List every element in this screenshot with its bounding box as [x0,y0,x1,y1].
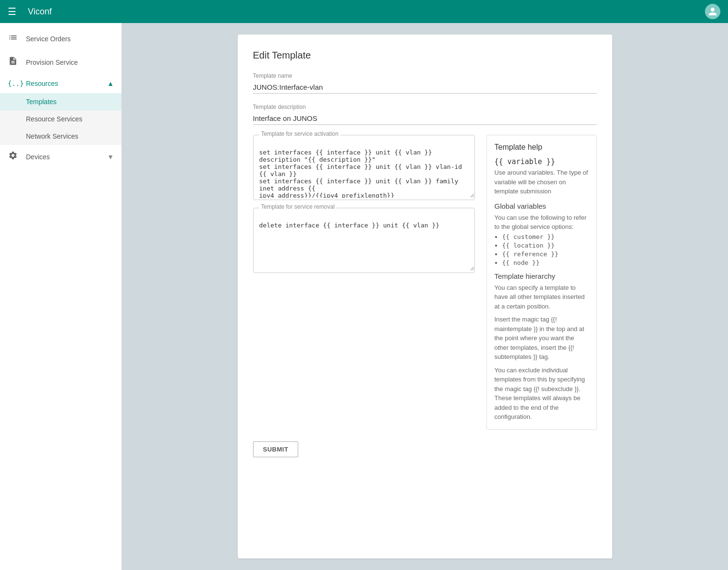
edit-template-card: Edit Template Template name Template des… [238,35,612,558]
sidebar-item-service-orders[interactable]: Service Orders [0,27,121,50]
sidebar-service-orders-label: Service Orders [26,35,114,43]
template-description-group: Template description [253,104,597,125]
resources-chevron-icon: ▲ [107,80,114,87]
help-hierarchy-text1: You can specify a template to have all o… [495,283,589,311]
sidebar-provision-service-label: Provision Service [26,59,114,66]
activation-textarea[interactable]: set interfaces {{ interface }} unit {{ v… [254,145,474,198]
help-hierarchy-title: Template hierarchy [495,272,589,280]
sidebar-resources-submenu: Templates Resource Services Network Serv… [0,93,121,145]
provision-service-icon [8,56,18,68]
template-name-input[interactable] [253,81,597,94]
help-var-node: {{ node }} [502,259,589,266]
sidebar-resources-label: Resources [26,80,99,87]
page-title: Edit Template [253,50,597,61]
sidebar: Service Orders Provision Service {..} Re… [0,23,121,570]
topnav: ☰ Viconf [0,0,728,23]
help-variable-text: Use around variables. The type of variab… [495,168,589,196]
template-forms: Template for service activation set inte… [253,135,475,430]
sidebar-item-resources[interactable]: {..} Resources ▲ [0,74,121,93]
help-panel: Template help {{ variable }} Use around … [486,135,597,430]
template-description-input[interactable] [253,112,597,125]
sidebar-item-devices[interactable]: Devices ▼ [0,145,121,168]
activation-label: Template for service activation [259,131,340,137]
help-hierarchy-text3: You can exclude individual templates fro… [495,366,589,422]
removal-label: Template for service removal [259,203,337,210]
activation-box: Template for service activation set inte… [253,135,475,200]
main-content: Edit Template Template name Template des… [121,23,728,570]
sidebar-item-templates[interactable]: Templates [0,93,121,110]
sidebar-item-resource-services[interactable]: Resource Services [0,110,121,128]
sidebar-devices-label: Devices [26,153,99,161]
resources-icon: {..} [8,80,18,87]
sidebar-item-provision-service[interactable]: Provision Service [0,50,121,74]
help-var-customer: {{ customer }} [502,233,589,240]
help-var-location: {{ location }} [502,242,589,249]
sidebar-item-network-services[interactable]: Network Services [0,128,121,145]
help-hierarchy-text2: Insert the magic tag {{! maintemplate }}… [495,315,589,362]
account-icon[interactable] [705,4,720,19]
help-global-vars-list: {{ customer }} {{ location }} {{ referen… [495,233,589,266]
removal-box: Template for service removal delete inte… [253,208,475,273]
devices-chevron-icon: ▼ [107,153,114,161]
template-name-group: Template name [253,72,597,94]
submit-button[interactable]: SUBMIT [253,441,299,457]
help-title: Template help [495,143,589,152]
help-global-text: You can use the following to refer to th… [495,213,589,232]
template-name-label: Template name [253,72,597,79]
service-orders-icon [8,33,18,45]
hamburger-icon[interactable]: ☰ [8,6,16,17]
help-var-reference: {{ reference }} [502,250,589,258]
devices-icon [8,151,18,163]
removal-textarea[interactable]: delete interface {{ interface }} unit {{… [254,218,474,271]
app-title: Viconf [28,7,52,17]
template-description-label: Template description [253,104,597,110]
help-variable-code: {{ variable }} [495,157,589,166]
help-global-title: Global variables [495,202,589,210]
